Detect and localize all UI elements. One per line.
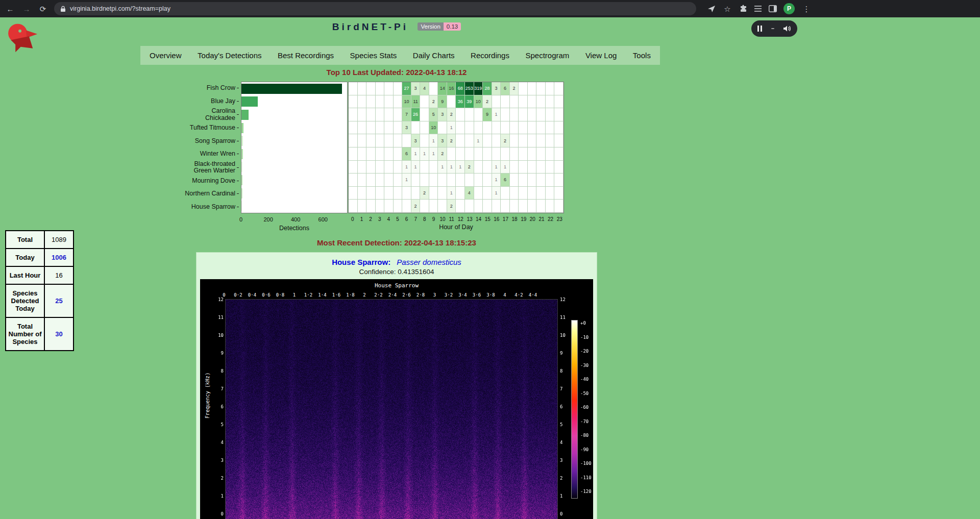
heatmap-cell (510, 161, 519, 174)
heatmap-cell: 2 (447, 108, 456, 121)
heatmap-cell (358, 134, 367, 147)
heatmap-cell (384, 174, 394, 187)
nav-item-daily-charts[interactable]: Daily Charts (411, 51, 457, 60)
heatmap-cell: 27 (402, 82, 411, 95)
heatmap-cell (429, 200, 438, 213)
side-panel-icon[interactable] (769, 5, 777, 12)
heatmap-cell: 9 (483, 108, 492, 121)
heatmap-cell: 3 (438, 108, 447, 121)
forward-icon[interactable]: → (21, 5, 32, 13)
heatmap-cell: 2 (501, 134, 510, 147)
species-label: Fish Crow (184, 82, 239, 95)
hour-axis-tick: 2 (369, 216, 372, 222)
heatmap-cell: 9 (438, 95, 447, 109)
heatmap-cell: 1 (438, 161, 447, 174)
pause-icon[interactable] (757, 26, 762, 32)
spectro-x-tick: 1 (293, 292, 296, 298)
bar-axis-tick: 200 (263, 216, 273, 223)
stats-value[interactable]: 25 (44, 284, 74, 317)
heatmap-cell (384, 121, 394, 135)
heatmap-cell (411, 174, 421, 187)
nav-item-best-recordings[interactable]: Best Recordings (276, 51, 336, 60)
hour-axis-tick: 9 (432, 216, 435, 222)
colorbar-tick: -80 (580, 433, 589, 438)
heatmap-cell: 1 (456, 161, 465, 174)
spectro-y-tick: 6 (560, 404, 562, 409)
reading-list-icon[interactable] (754, 5, 762, 12)
hour-axis-tick: 11 (449, 216, 454, 222)
heatmap-cell (456, 108, 465, 121)
spectro-x-tick: 2·2 (374, 292, 382, 298)
heatmap-cell: 3 (411, 82, 421, 95)
heatmap-cell (492, 200, 501, 213)
hour-axis-tick: 21 (538, 216, 544, 222)
detections-bar (241, 96, 258, 107)
back-icon[interactable]: ← (5, 5, 15, 13)
bookmark-star-icon[interactable]: ☆ (722, 5, 732, 13)
heatmap-cell (554, 134, 564, 147)
heatmap-cell (394, 108, 403, 121)
detections-bar (241, 162, 242, 172)
birdnet-pi-page: BirdNET-Pi Version 0.13 OverviewToday's … (0, 17, 980, 519)
heatmap-cell: 68 (456, 82, 465, 95)
spectro-y-tick: 4 (560, 440, 562, 445)
nav-item-today-s-detections[interactable]: Today's Detections (195, 51, 263, 60)
spectrogram-time-ticks: 00·20·40·60·811·21·41·61·822·22·42·62·83… (200, 292, 593, 299)
heatmap-cell (536, 134, 546, 147)
heatmap-cell (528, 187, 537, 200)
spectro-y-tick: 3 (221, 458, 224, 463)
reload-icon[interactable]: ⟳ (38, 5, 48, 13)
heatmap-cell (510, 147, 519, 161)
send-icon[interactable] (707, 5, 716, 13)
nav-item-recordings[interactable]: Recordings (469, 51, 511, 60)
bar-axis-tick: 0 (239, 216, 242, 223)
heatmap-cell (366, 161, 376, 174)
heatmap-cell (528, 147, 537, 161)
heatmap-cell (536, 161, 546, 174)
address-bar[interactable]: virginia.birdnetpi.com/?stream=play (54, 2, 696, 15)
heatmap-cell (366, 174, 376, 187)
nav-item-overview[interactable]: Overview (148, 51, 184, 60)
heatmap-cell (554, 187, 564, 200)
nav-item-view-log[interactable]: View Log (583, 51, 619, 60)
stats-value[interactable]: 30 (44, 317, 74, 351)
heatmap-cell: 11 (411, 95, 421, 109)
heatmap-cell (376, 95, 385, 109)
heatmap-cell (546, 108, 555, 121)
heatmap-cell: 2 (438, 147, 447, 161)
heatmap-cell (536, 121, 546, 135)
spectro-x-tick: 0·6 (262, 292, 270, 298)
heatmap-cell: 1 (429, 134, 438, 147)
spectro-x-tick: 2 (363, 292, 365, 298)
hour-axis-tick: 12 (458, 216, 463, 222)
heatmap-cell (554, 147, 564, 161)
nav-item-tools[interactable]: Tools (631, 51, 653, 60)
extensions-puzzle-icon[interactable] (739, 5, 747, 13)
heatmap-cell (384, 108, 394, 121)
heatmap-cell: 3 (492, 82, 501, 95)
heatmap-cell (528, 200, 537, 213)
spectro-x-tick: 0·8 (276, 292, 284, 298)
spectro-y-tick: 8 (560, 368, 562, 374)
stats-value[interactable]: 1006 (44, 249, 74, 266)
species-label: Black-throated Green Warbler (184, 161, 239, 175)
nav-item-spectrogram[interactable]: Spectrogram (523, 51, 571, 60)
heatmap-cell (358, 200, 367, 213)
spectro-y-tick: 0 (560, 511, 562, 516)
most-recent-heading: Most Recent Detection: 2022-04-13 18:15:… (0, 238, 793, 247)
nav-item-species-stats[interactable]: Species Stats (348, 51, 399, 60)
heatmap-cell (411, 121, 421, 135)
spectro-y-tick: 11 (560, 315, 566, 320)
heatmap-cell (384, 187, 394, 200)
heatmap-cell: 2 (411, 200, 421, 213)
colorbar-tick: -70 (580, 419, 589, 424)
profile-avatar[interactable]: P (783, 3, 795, 14)
audio-player[interactable] (751, 20, 797, 37)
heatmap-cell (358, 187, 367, 200)
kebab-menu-icon[interactable]: ⋮ (801, 5, 812, 13)
heatmap-cell (546, 82, 555, 95)
heatmap-cell (394, 95, 403, 109)
species-name-link[interactable]: House Sparrow: (332, 258, 390, 266)
volume-icon[interactable] (783, 25, 791, 32)
heatmap-cell (510, 187, 519, 200)
